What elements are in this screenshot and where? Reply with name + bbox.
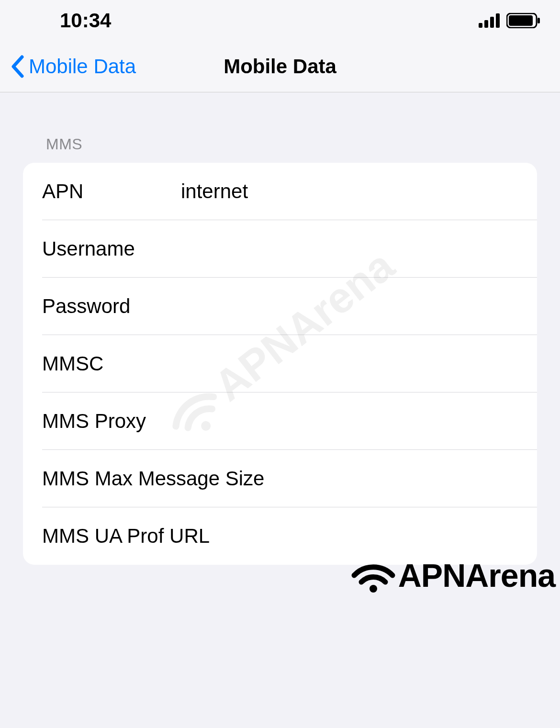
mms-max-message-size-input[interactable] (264, 467, 518, 490)
watermark-bottom: APNArena (351, 557, 555, 594)
svg-rect-6 (538, 18, 540, 23)
row-apn[interactable]: APN (23, 163, 537, 220)
content: MMS APN Username Password MMSC MMS Proxy… (0, 92, 560, 565)
row-mms-ua-prof-url[interactable]: MMS UA Prof URL (23, 507, 537, 565)
row-password[interactable]: Password (23, 278, 537, 335)
svg-rect-2 (490, 17, 494, 28)
section-header-mms: MMS (23, 92, 537, 163)
mms-ua-prof-url-input[interactable] (210, 525, 518, 548)
mms-proxy-input[interactable] (181, 410, 518, 433)
row-label: MMS UA Prof URL (42, 525, 210, 548)
username-input[interactable] (181, 237, 518, 260)
status-indicators (479, 13, 541, 28)
cellular-signal-icon (479, 13, 501, 28)
row-mmsc[interactable]: MMSC (23, 335, 537, 392)
row-label: MMSC (42, 352, 181, 375)
password-input[interactable] (181, 295, 518, 318)
row-mms-max-message-size[interactable]: MMS Max Message Size (23, 450, 537, 507)
page-title: Mobile Data (224, 55, 336, 78)
chevron-left-icon (11, 55, 25, 78)
battery-icon (506, 13, 541, 28)
row-label: APN (42, 180, 181, 203)
wifi-icon (351, 557, 395, 594)
back-label: Mobile Data (29, 55, 136, 78)
svg-rect-3 (496, 13, 500, 28)
settings-group-mms: APN Username Password MMSC MMS Proxy MMS… (23, 163, 537, 565)
watermark-text: APNArena (398, 557, 555, 594)
mmsc-input[interactable] (181, 352, 518, 375)
row-label: Password (42, 295, 181, 318)
svg-point-8 (370, 585, 377, 593)
navigation-bar: Mobile Data Mobile Data (0, 41, 560, 92)
svg-rect-5 (509, 15, 533, 26)
row-label: Username (42, 237, 181, 260)
row-mms-proxy[interactable]: MMS Proxy (23, 392, 537, 450)
row-username[interactable]: Username (23, 220, 537, 278)
row-label: MMS Max Message Size (42, 467, 264, 490)
status-time: 10:34 (19, 9, 111, 32)
back-button[interactable]: Mobile Data (0, 55, 136, 78)
row-label: MMS Proxy (42, 410, 181, 433)
svg-rect-0 (479, 23, 482, 28)
apn-input[interactable] (181, 180, 518, 203)
svg-rect-1 (484, 20, 488, 28)
status-bar: 10:34 (0, 0, 560, 41)
